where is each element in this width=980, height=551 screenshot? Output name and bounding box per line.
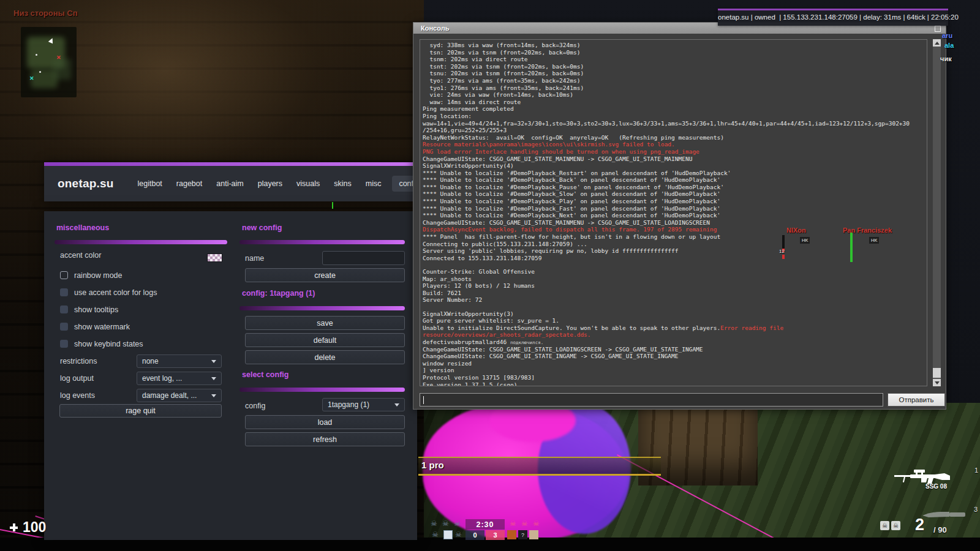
radar-location-label: Низ стороны Сп: [13, 9, 78, 18]
config-action-button[interactable]: load: [245, 415, 405, 429]
knife-weapon-icon: [922, 509, 968, 520]
watermark-text: onetap.su | owned | 155.133.231.148:2705…: [718, 10, 948, 24]
console-output[interactable]: syd: 338ms via waw (front=14ms, back=324…: [420, 39, 927, 386]
menu-tab[interactable]: visuals: [293, 176, 323, 192]
config-action-button[interactable]: refresh: [245, 432, 405, 446]
ammo-clip-count: 2: [915, 515, 924, 534]
current-config-buttons: save default delete: [245, 316, 405, 367]
checkbox[interactable]: [60, 271, 68, 279]
group-accent-bar: [55, 240, 227, 244]
weapon-slot-number: 1: [974, 467, 978, 474]
chevron-down-icon: [211, 394, 216, 397]
edge-text-fragment: ala: [944, 42, 954, 49]
score-ct: 0: [466, 530, 484, 540]
checkbox-row[interactable]: use accent color for logs: [60, 288, 157, 297]
console-line: Ping measurement completed: [423, 106, 927, 113]
dropdown-value: 1tapgang (1): [328, 400, 369, 409]
ssg08-weapon-icon: [893, 468, 952, 485]
dead-player-skull-icon: ☠: [431, 519, 437, 528]
dropdown-value: event log, ...: [142, 374, 182, 383]
rage-quit-button[interactable]: rage quit: [59, 404, 222, 418]
chevron-down-icon: [211, 377, 216, 380]
radar-teammate-x-icon: ✕: [29, 76, 34, 81]
console-line: Exe version 1.37.1.5 (csgo): [423, 382, 927, 387]
score-t: 3: [486, 530, 505, 540]
menu-tab[interactable]: anti-aim: [213, 176, 246, 192]
checkbox-label: rainbow mode: [74, 271, 123, 280]
dead-player-skull-icon: ☠: [510, 519, 516, 528]
dead-player-skull-icon: ☠: [432, 530, 439, 539]
kill-award-skull-icon: ☠: [891, 521, 900, 530]
config-name-label: name: [245, 254, 264, 263]
config-action-button[interactable]: save: [245, 316, 405, 330]
console-send-button[interactable]: Отправить: [888, 393, 945, 407]
console-line: Connected to 155.133.231.148:27059: [423, 255, 927, 263]
esp-green-tick: [332, 202, 333, 209]
cheat-watermark: onetap.su | owned | 155.133.231.148:2705…: [718, 9, 948, 26]
menu-tab[interactable]: misc: [363, 176, 385, 192]
health-indicator: 100: [10, 519, 46, 536]
accent-color-label: accent color: [60, 251, 101, 260]
select-label: restrictions: [60, 357, 97, 365]
checkbox[interactable]: [60, 288, 68, 296]
round-timer-value: 2:30: [476, 520, 494, 529]
kill-award-skull-icon: ☠: [880, 521, 889, 530]
edge-text-fragment: чик: [940, 55, 952, 62]
menu-tab[interactable]: skins: [331, 176, 354, 192]
config-action-button[interactable]: delete: [245, 350, 405, 364]
menu-tabs: legitbotragebotanti-aimplayersvisualsski…: [135, 176, 426, 192]
checkbox-row[interactable]: show tooltips: [60, 305, 118, 314]
ammo-reserve-count: / 90: [933, 525, 947, 534]
menu-brand-logo: onetap.su: [58, 177, 114, 190]
player-avatar: [443, 530, 453, 539]
checkbox[interactable]: [60, 323, 68, 331]
dropdown[interactable]: none: [137, 354, 222, 368]
scrollbar-thumb[interactable]: [933, 368, 941, 378]
config-action-button[interactable]: default: [245, 333, 405, 347]
group-title-new-config: new config: [242, 223, 282, 232]
checkbox-row[interactable]: rainbow mode: [60, 271, 123, 280]
select-label: log events: [60, 391, 95, 400]
scroll-up-icon[interactable]: [933, 39, 941, 47]
checkbox-label: show keybind states: [74, 340, 143, 348]
console-window[interactable]: Консоль syd: 338ms via waw (front=14ms, …: [413, 22, 946, 410]
scroll-down-icon[interactable]: [933, 379, 941, 386]
checkbox-label: use accent color for logs: [74, 288, 157, 297]
checkbox-label: show tooltips: [74, 305, 118, 314]
menu-tab[interactable]: players: [255, 176, 285, 192]
checkbox[interactable]: [60, 305, 68, 313]
dead-player-skull-icon: ☠: [455, 530, 462, 539]
console-line: Server Number: 72: [423, 297, 927, 304]
player-avatar-unknown: ?: [518, 530, 527, 539]
chevron-down-icon: [211, 360, 216, 363]
config-name-input[interactable]: [322, 251, 405, 265]
round-timer: 2:30: [466, 519, 505, 530]
cheat-menu-header[interactable]: onetap.su legitbotragebotanti-aimplayers…: [44, 162, 417, 201]
menu-tab[interactable]: legitbot: [135, 176, 165, 192]
spectated-player-name: 1 pro: [421, 460, 444, 470]
create-config-button[interactable]: create: [245, 268, 405, 282]
window-restore-icon[interactable]: [935, 25, 941, 32]
console-command-input[interactable]: [420, 393, 883, 407]
dropdown[interactable]: damage dealt, ...: [137, 389, 222, 402]
console-line: window resized: [423, 361, 927, 368]
checkbox-row[interactable]: show watermark: [60, 322, 130, 331]
dead-player-skull-icon: ☠: [533, 519, 540, 528]
chevron-down-icon: [394, 403, 399, 407]
accent-color-swatch[interactable]: [207, 253, 222, 262]
group-title-current-config: config: 1tapgang (1): [242, 289, 315, 298]
select-config-label: config: [245, 402, 265, 410]
config-dropdown[interactable]: 1tapgang (1): [322, 398, 405, 411]
text-caret: [423, 396, 424, 404]
dead-player-skull-icon: ☠: [442, 519, 449, 528]
group-accent-bar: [239, 306, 405, 310]
dropdown-value: none: [142, 357, 159, 365]
group-accent-bar: [239, 240, 405, 244]
select-config-buttons: load refresh: [245, 415, 405, 449]
dead-player-skull-icon: ☠: [521, 519, 528, 528]
console-scrollbar[interactable]: [933, 39, 941, 386]
menu-tab[interactable]: ragebot: [173, 176, 205, 192]
checkbox[interactable]: [60, 340, 68, 348]
checkbox-row[interactable]: show keybind states: [60, 339, 143, 348]
dropdown[interactable]: event log, ...: [137, 372, 222, 385]
